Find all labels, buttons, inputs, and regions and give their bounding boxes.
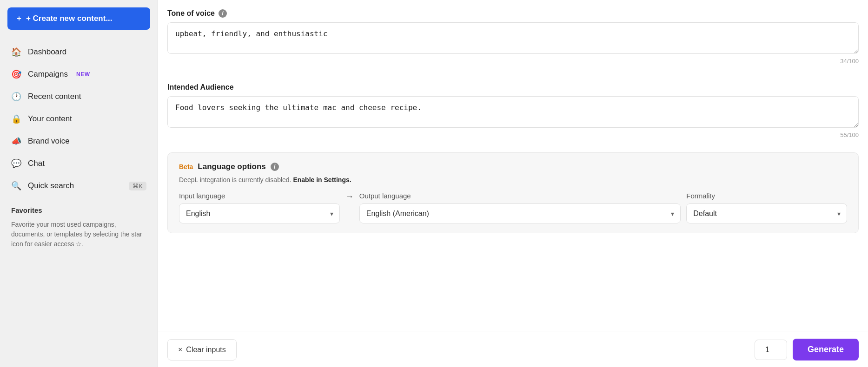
tone-of-voice-section: Tone of voice i 34/100 <box>167 0 859 74</box>
sidebar: + + Create new content... 🏠 Dashboard 🎯 … <box>0 0 158 367</box>
sidebar-item-dashboard[interactable]: 🏠 Dashboard <box>0 41 158 63</box>
your-content-icon: 🔒 <box>11 114 21 124</box>
recent-content-icon: 🕐 <box>11 92 21 102</box>
create-new-content-button[interactable]: + + Create new content... <box>7 7 150 30</box>
new-badge: NEW <box>76 71 90 78</box>
campaigns-icon: 🎯 <box>11 69 21 79</box>
arrow-icon: → <box>345 192 354 202</box>
intended-audience-section: Intended Audience 55/100 <box>167 74 859 148</box>
main-content: Tone of voice i 34/100 Intended Audience… <box>158 0 868 367</box>
output-language-select-wrapper: English (American) English (British) Fre… <box>359 203 681 223</box>
sidebar-item-chat[interactable]: 💬 Chat <box>0 152 158 175</box>
language-arrow-separator: → <box>345 192 354 208</box>
sidebar-item-label: Dashboard <box>28 47 66 57</box>
intended-audience-label: Intended Audience <box>167 83 859 92</box>
output-language-select[interactable]: English (American) English (British) Fre… <box>359 203 681 223</box>
tone-of-voice-input[interactable] <box>167 22 859 54</box>
tone-of-voice-info-icon[interactable]: i <box>219 9 227 18</box>
favorites-hint: Favorite your most used campaigns, docum… <box>11 220 146 249</box>
generate-count-input[interactable] <box>755 340 787 360</box>
sidebar-item-recent-content[interactable]: 🕐 Recent content <box>0 85 158 108</box>
intended-audience-input[interactable] <box>167 96 859 128</box>
sidebar-item-campaigns[interactable]: 🎯 Campaigns NEW <box>0 63 158 85</box>
formality-select[interactable]: Default Formal Informal <box>686 203 847 223</box>
sidebar-item-label: Brand voice <box>28 137 70 146</box>
input-language-group: Input language English French German Spa… <box>179 192 340 223</box>
formality-label: Formality <box>686 192 847 200</box>
language-controls: Input language English French German Spa… <box>179 192 847 223</box>
sidebar-item-label: Quick search <box>28 181 74 190</box>
favorites-section: Favorites Favorite your most used campai… <box>0 197 158 254</box>
chat-icon: 💬 <box>11 158 21 169</box>
sidebar-item-label: Your content <box>28 114 72 124</box>
content-area: Tone of voice i 34/100 Intended Audience… <box>158 0 868 332</box>
beta-badge: Beta <box>179 163 193 170</box>
output-language-label: Output language <box>359 192 681 200</box>
generate-button[interactable]: Generate <box>793 339 859 360</box>
sidebar-item-label: Recent content <box>28 92 81 101</box>
intended-audience-title: Intended Audience <box>167 83 234 92</box>
formality-group: Formality Default Formal Informal ▾ <box>686 192 847 223</box>
create-button-label: + Create new content... <box>26 14 113 23</box>
tone-of-voice-label: Tone of voice i <box>167 9 859 18</box>
tone-of-voice-title: Tone of voice <box>167 9 215 18</box>
sidebar-item-brand-voice[interactable]: 📣 Brand voice <box>0 130 158 152</box>
enable-settings-link[interactable]: Enable in Settings. <box>293 176 351 184</box>
language-options-header: Beta Language options i <box>179 162 847 171</box>
favorites-title: Favorites <box>11 206 146 214</box>
keyboard-shortcut: ⌘K <box>129 182 146 190</box>
input-language-select-wrapper: English French German Spanish ▾ <box>179 203 340 223</box>
brand-voice-icon: 📣 <box>11 136 21 146</box>
output-language-group: Output language English (American) Engli… <box>359 192 681 223</box>
input-language-select[interactable]: English French German Spanish <box>179 203 340 223</box>
sidebar-item-label: Campaigns <box>28 70 68 79</box>
language-options-info-icon[interactable]: i <box>271 163 279 171</box>
clear-icon: × <box>178 346 182 354</box>
intended-audience-char-count: 55/100 <box>167 130 859 143</box>
bottom-bar: × Clear inputs Generate <box>158 332 868 367</box>
generate-label: Generate <box>808 345 844 354</box>
clear-inputs-button[interactable]: × Clear inputs <box>167 339 237 360</box>
plus-icon: + <box>17 14 21 23</box>
formality-select-wrapper: Default Formal Informal ▾ <box>686 203 847 223</box>
input-language-label: Input language <box>179 192 340 200</box>
sidebar-item-label: Chat <box>28 159 45 168</box>
tone-of-voice-char-count: 34/100 <box>167 56 859 69</box>
sidebar-item-your-content[interactable]: 🔒 Your content <box>0 108 158 130</box>
language-options-title: Language options <box>198 162 265 171</box>
dashboard-icon: 🏠 <box>11 47 21 57</box>
quick-search-icon: 🔍 <box>11 181 21 191</box>
sidebar-item-quick-search[interactable]: 🔍 Quick search ⌘K <box>0 175 158 197</box>
deepl-note: DeepL integration is currently disabled.… <box>179 176 847 184</box>
clear-label: Clear inputs <box>186 346 225 354</box>
deepl-note-text: DeepL integration is currently disabled. <box>179 176 292 184</box>
language-options-section: Beta Language options i DeepL integratio… <box>167 152 859 233</box>
sidebar-nav: 🏠 Dashboard 🎯 Campaigns NEW 🕐 Recent con… <box>0 41 158 197</box>
